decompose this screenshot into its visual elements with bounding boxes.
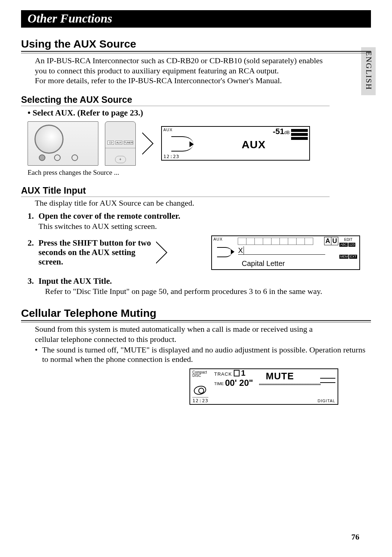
plus-icon: +: [115, 156, 126, 163]
step-sub: This switches to AUX setting screen.: [38, 222, 371, 231]
heading-using-aux: Using the AUX Source: [21, 38, 371, 52]
source-cycle-icon: [171, 136, 193, 152]
display-screen-title-input: AUX AU EDIT ABC123 MEMEXT X Capital Lett…: [211, 235, 360, 270]
step-bold: Input the AUX Title.: [38, 277, 112, 286]
track-number: 1: [234, 368, 245, 378]
au-indicator: AU: [324, 237, 338, 245]
capital-letter-label: Capital Letter: [242, 259, 285, 268]
select-aux-bullet: • Select AUX. (Refer to page 23.): [28, 108, 371, 118]
mem-label: MEM: [339, 255, 348, 259]
aux-title-intro: The display title for AUX Source can be …: [21, 198, 371, 208]
edit-label: EDIT: [339, 238, 358, 242]
screen3-wrapper: CompactDISC TRACK 1 MUTE TIME 00' 20" 12…: [21, 368, 371, 405]
display-screen-aux: AUX -51dB AUX 12:23: [161, 126, 310, 161]
remote-tuner-label: TUNER: [124, 141, 133, 145]
step-3: 3.Input the AUX Title. Refer to "Disc Ti…: [28, 277, 371, 296]
step-number: 3.: [28, 277, 38, 286]
bullet-icon: •: [35, 345, 42, 364]
remote-aux-label: AUX: [115, 141, 122, 145]
heading-selecting-aux: Selecting the AUX Source: [21, 94, 330, 106]
side-labels: EDIT ABC123 MEMEXT: [339, 238, 358, 259]
cell-bullet-text: The sound is turned off, "MUTE" is displ…: [42, 345, 371, 364]
time-label: TIME: [214, 382, 224, 386]
aux-intro-text: An IP-BUS-RCA Interconnector such as CD-…: [21, 56, 330, 86]
figure-caption: Each press changes the Source ...: [28, 169, 371, 177]
chapter-banner: Other Functions: [21, 10, 371, 28]
language-tab: ENGLISH: [361, 47, 376, 95]
screen-tag: AUX: [213, 237, 223, 241]
step-bold: Press the SHIFT button for two seconds o…: [38, 238, 151, 267]
123-label: 123: [348, 243, 355, 247]
entry-char: X: [238, 246, 244, 255]
volume-knob-icon: [34, 125, 64, 154]
time-value: 00' 20": [225, 378, 253, 388]
ext-label: EXT: [349, 255, 357, 259]
step-number: 1.: [28, 211, 38, 221]
arrow-right-icon: [156, 241, 168, 264]
level-bars-icon: [291, 129, 308, 141]
head-unit-illustration: [28, 121, 98, 166]
cell-bullet: • The sound is turned off, "MUTE" is dis…: [35, 345, 371, 364]
compact-disc-label: CompactDISC: [192, 371, 207, 377]
heading-aux-title-input: AUX Title Input: [21, 185, 330, 197]
button-dot-icon: [54, 154, 61, 161]
db-value: -51dB: [273, 127, 290, 136]
level-lines-icon: [320, 378, 335, 387]
button-dot-icon: [39, 154, 45, 161]
entry-underline: [238, 254, 325, 255]
heading-cell-muting: Cellular Telephone Muting: [21, 307, 371, 321]
track-label: TRACK: [214, 371, 232, 377]
remote-cd-label: CD: [107, 141, 114, 145]
digital-label: DIGITAL: [318, 399, 335, 403]
page-number: 76: [351, 532, 359, 542]
mute-label: MUTE: [266, 371, 294, 382]
screen-clock: 12:23: [163, 154, 179, 159]
cell-body: Sound from this system is muted automati…: [21, 324, 337, 344]
progress-bar-icon: [259, 384, 321, 385]
abc-label: ABC: [339, 243, 348, 247]
button-dot-icon: [72, 154, 78, 161]
disc-icon: [193, 385, 207, 396]
step-1: 1.Open the cover of the remote controlle…: [28, 211, 371, 231]
step-2: 2.Press the SHIFT button for two seconds…: [28, 235, 371, 270]
steps-list: 1.Open the cover of the remote controlle…: [28, 211, 371, 296]
arrow-right-icon: [142, 132, 155, 155]
screen-main-label: AUX: [242, 138, 266, 151]
char-grid: [238, 238, 313, 245]
display-screen-mute: CompactDISC TRACK 1 MUTE TIME 00' 20" 12…: [189, 368, 338, 405]
step-bold: Open the cover of the remote controller.: [38, 211, 180, 221]
screen-clock: 12:23: [192, 397, 208, 403]
figure-row-select: CD AUX TUNER + AUX -51dB AUX 12:23: [28, 121, 371, 166]
remote-illustration: CD AUX TUNER +: [105, 121, 136, 166]
step-sub: Refer to "Disc Title Input" on page 50, …: [45, 287, 371, 296]
step-number: 2.: [28, 238, 38, 267]
screen-tag: AUX: [163, 128, 173, 132]
source-cycle-icon: [217, 247, 234, 259]
